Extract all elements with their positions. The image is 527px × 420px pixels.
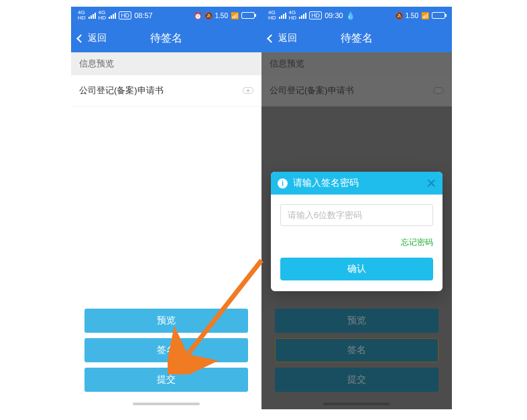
network-label-2: 4GHD xyxy=(289,10,297,21)
home-indicator-wrap xyxy=(71,403,261,409)
battery-icon xyxy=(241,12,255,19)
wifi-icon: 📶 xyxy=(231,12,239,19)
password-modal: i 请输入签名密码 忘记密码 确认 xyxy=(271,172,443,291)
page-title: 待签名 xyxy=(341,32,373,46)
app-header: 返回 待签名 xyxy=(71,24,261,52)
network-label-2: 4GHD xyxy=(99,10,107,21)
sign-button[interactable]: 签名 xyxy=(84,338,248,362)
dnd-icon: 🔕 xyxy=(395,12,403,19)
submit-button[interactable]: 提交 xyxy=(84,368,248,392)
drop-icon: 💧 xyxy=(346,11,355,20)
wifi-icon: 📶 xyxy=(421,12,429,19)
password-input[interactable] xyxy=(280,204,433,226)
network-label: 4GHD xyxy=(268,10,276,21)
modal-title: 请输入签名密码 xyxy=(293,177,359,189)
page-title: 待签名 xyxy=(150,32,182,46)
battery-icon xyxy=(432,12,445,19)
signal-icon xyxy=(89,13,96,19)
modal-body xyxy=(271,195,443,231)
modal-footer: 确认 xyxy=(271,250,443,291)
document-title: 公司登记(备案)申请书 xyxy=(79,85,164,97)
home-indicator[interactable] xyxy=(133,403,200,405)
content-area xyxy=(71,107,261,306)
close-icon[interactable] xyxy=(426,178,436,188)
chevron-left-icon xyxy=(76,34,85,43)
chevron-left-icon xyxy=(267,34,276,43)
eye-icon[interactable] xyxy=(243,87,253,94)
dnd-icon: 🔕 xyxy=(204,12,213,19)
phone-screen-left: 4GHD 4GHD HD 08:57 ⏰ 🔕 1.50 📶 返回 待签名 xyxy=(71,7,261,409)
confirm-button[interactable]: 确认 xyxy=(280,258,433,280)
forgot-password-link[interactable]: 忘记密码 xyxy=(271,231,443,250)
hd-badge: HD xyxy=(309,11,322,19)
status-bar: 4GHD 4GHD HD 08:57 ⏰ 🔕 1.50 📶 xyxy=(71,7,261,24)
phone-screen-right: 4GHD 4GHD HD 09:30 💧 🔕 1.50 📶 返回 待签名 xyxy=(261,7,452,409)
network-label: 4GHD xyxy=(78,10,86,21)
back-button[interactable]: 返回 xyxy=(261,24,304,52)
status-bar: 4GHD 4GHD HD 09:30 💧 🔕 1.50 📶 xyxy=(261,7,452,24)
rate-label: 1.50 xyxy=(215,12,228,19)
signal-icon xyxy=(109,13,116,19)
hd-badge: HD xyxy=(119,11,131,19)
section-header: 信息预览 xyxy=(71,52,261,75)
signal-icon xyxy=(279,13,286,19)
preview-button[interactable]: 预览 xyxy=(84,309,248,333)
back-label: 返回 xyxy=(278,32,297,44)
status-time: 08:57 xyxy=(134,11,153,19)
document-row[interactable]: 公司登记(备案)申请书 xyxy=(71,75,261,107)
back-button[interactable]: 返回 xyxy=(71,24,113,52)
status-time: 09:30 xyxy=(325,11,343,19)
modal-header: i 请输入签名密码 xyxy=(271,172,443,195)
back-label: 返回 xyxy=(88,32,107,44)
app-header: 返回 待签名 xyxy=(261,24,452,52)
alarm-icon: ⏰ xyxy=(194,12,202,19)
info-icon: i xyxy=(278,178,288,189)
signal-icon xyxy=(299,13,306,19)
bottom-actions: 预览 签名 提交 xyxy=(71,306,261,403)
rate-label: 1.50 xyxy=(406,12,418,19)
